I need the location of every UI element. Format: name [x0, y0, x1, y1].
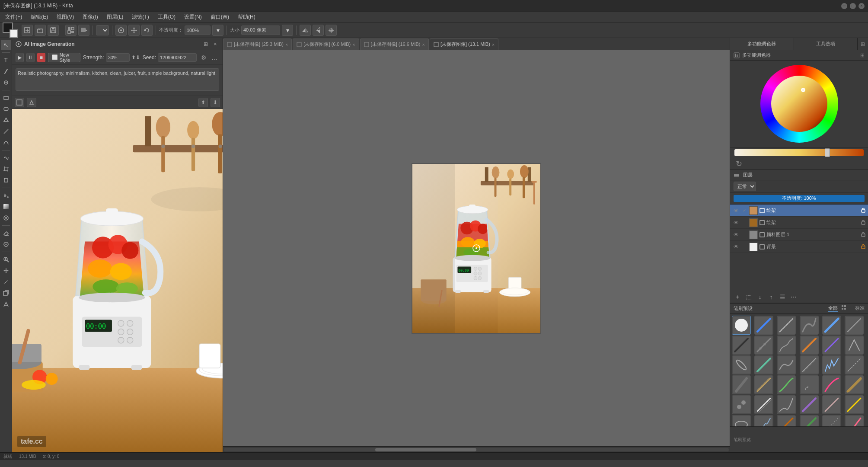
tool-reference[interactable] — [1, 288, 11, 298]
strength-input[interactable] — [106, 53, 130, 62]
brush-item-31[interactable] — [754, 415, 773, 426]
scrollbar-h-thumb[interactable] — [375, 448, 476, 451]
layer-move-up-btn[interactable]: ↑ — [766, 292, 776, 302]
save-btn[interactable] — [48, 25, 59, 36]
tool-rect[interactable] — [1, 93, 11, 103]
brush-item-10[interactable] — [822, 336, 841, 355]
hue-gradient-bar[interactable] — [734, 149, 864, 156]
tool-line[interactable] — [1, 126, 11, 137]
color-mixer-expand[interactable]: ⊞ — [860, 52, 865, 58]
tab-2-close[interactable]: × — [422, 42, 424, 47]
patterns-btn[interactable] — [65, 25, 77, 36]
layer-add-btn[interactable]: ＋ — [733, 292, 742, 302]
brush-item-8[interactable] — [777, 336, 796, 355]
tab-tool-options[interactable]: 工具选项 — [794, 38, 858, 50]
tool-erase[interactable] — [1, 228, 11, 238]
tab-3[interactable]: [未保存图像] (13.1 MiB) × — [430, 38, 498, 50]
tool-ellipse[interactable] — [1, 104, 11, 114]
brush-item-29[interactable] — [845, 395, 864, 414]
layer-2-check[interactable] — [741, 232, 747, 238]
tool-freehand[interactable] — [1, 153, 11, 163]
tool-assistant[interactable] — [1, 299, 11, 310]
brush-filter-standard[interactable]: 标准 — [855, 305, 865, 312]
layer-copy-btn[interactable]: ⬚ — [744, 292, 753, 302]
tab-color-mixer[interactable]: 多功能调色器 — [730, 38, 794, 50]
flip-h-btn[interactable] — [300, 25, 311, 36]
new-btn[interactable] — [22, 25, 33, 36]
scrollbar-horizontal[interactable] — [223, 446, 730, 452]
layer-2-visibility[interactable]: 👁 — [733, 231, 740, 238]
brush-item-30[interactable] — [732, 415, 751, 426]
close-btn[interactable]: × — [858, 3, 865, 9]
tool-pan[interactable] — [1, 265, 11, 276]
ai-expand-btn[interactable]: ⊞ — [202, 40, 210, 48]
ai-tool-2[interactable] — [27, 98, 36, 107]
ai-close-btn[interactable]: × — [211, 40, 219, 48]
rotate-tool[interactable] — [141, 25, 153, 36]
layer-row-1[interactable]: 👁 绘架 — [730, 217, 868, 229]
crosshair-btn[interactable] — [326, 25, 337, 36]
tool-transform[interactable] — [1, 175, 11, 186]
ai-extra-btn[interactable]: … — [210, 53, 219, 62]
size-dropdown[interactable]: ▾ — [282, 25, 293, 36]
layer-1-lock[interactable] — [861, 220, 865, 226]
window-controls[interactable]: ─ □ × — [841, 3, 865, 9]
color-cursor[interactable] — [801, 88, 805, 92]
brush-item-2[interactable] — [777, 316, 796, 335]
layer-row-3[interactable]: 👁 背景 — [730, 241, 868, 253]
flip-v-btn[interactable] — [313, 25, 324, 36]
tab-0[interactable]: [未保存图像] (25.3 MiB) × — [223, 38, 292, 50]
brush-item-16[interactable] — [822, 355, 841, 374]
layer-menu-btn[interactable]: ☰ — [778, 292, 787, 302]
tool-text[interactable]: T — [1, 55, 11, 65]
brush-item-7[interactable] — [754, 336, 773, 355]
layer-3-lock[interactable] — [861, 244, 865, 250]
brush-item-12[interactable] — [732, 355, 751, 374]
strength-spinner[interactable]: ⬆⬇ — [131, 54, 140, 61]
opacity-input[interactable] — [185, 26, 211, 35]
minimize-btn[interactable]: ─ — [841, 3, 847, 9]
menu-settings[interactable]: 设置(N) — [181, 13, 205, 22]
paint-tool[interactable] — [115, 25, 127, 36]
brush-item-17[interactable] — [845, 355, 864, 374]
brush-item-3[interactable] — [800, 316, 819, 335]
layer-3-check[interactable] — [741, 244, 747, 250]
canvas-area[interactable]: 00:00 — [223, 50, 730, 446]
brush-item-35[interactable] — [845, 415, 864, 426]
menu-edit[interactable]: 编辑(E) — [27, 13, 51, 22]
brush-item-20[interactable] — [777, 375, 796, 394]
brush-item-5[interactable] — [845, 316, 864, 335]
brush-item-13[interactable] — [754, 355, 773, 374]
opacity-dropdown[interactable]: ▾ — [212, 25, 223, 36]
color-wheel[interactable] — [760, 65, 838, 143]
tool-paint[interactable] — [1, 66, 11, 77]
tool-fill[interactable] — [1, 190, 11, 201]
menu-filter[interactable]: 滤镜(T) — [128, 13, 152, 22]
right-panel-expand-btn[interactable]: ⊞ — [858, 38, 868, 50]
brush-item-26[interactable] — [777, 395, 796, 414]
brush-item-21[interactable]: ~ — [800, 375, 819, 394]
menu-layer[interactable]: 图层(L) — [103, 13, 127, 22]
ai-play-btn[interactable]: ▶ — [16, 53, 24, 62]
brush-item-23[interactable] — [845, 375, 864, 394]
ai-prompt-input[interactable]: Realistic photography, minimalism, kitch… — [16, 68, 219, 91]
tool-select[interactable]: ↖ — [1, 40, 11, 50]
brush-item-9[interactable] — [800, 336, 819, 355]
ai-pause-btn[interactable]: ⏸ — [26, 53, 35, 62]
canvas-viewport[interactable]: 00:00 — [412, 163, 541, 334]
tab-2[interactable]: [未保存图像] (16.6 MiB) × — [360, 38, 429, 50]
menu-window[interactable]: 窗口(W) — [207, 13, 233, 22]
tool-smart-patch[interactable] — [1, 239, 11, 249]
color-refresh-btn[interactable]: ↻ — [734, 159, 744, 169]
hue-slider-thumb[interactable] — [825, 148, 830, 157]
blend-mode-select[interactable]: 正常 — [96, 25, 109, 35]
ai-settings-btn[interactable]: ⚙ — [199, 53, 209, 62]
tab-3-close[interactable]: × — [492, 42, 495, 47]
layer-1-visibility[interactable]: 👁 — [733, 219, 740, 226]
menu-image[interactable]: 图像(I) — [79, 13, 101, 22]
tool-polygon[interactable] — [1, 115, 11, 125]
layer-blend-mode-select[interactable]: 正常 — [734, 182, 756, 191]
layer-move-down-btn[interactable]: ↓ — [755, 292, 765, 302]
brush-view-toggle[interactable] — [841, 305, 852, 312]
brush-item-1[interactable] — [754, 316, 773, 335]
